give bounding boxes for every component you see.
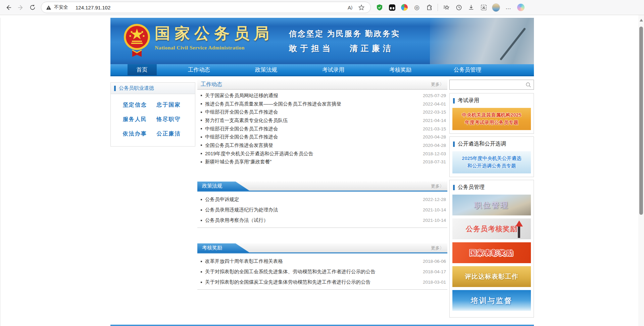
extension-spiral-icon[interactable]: ◎ xyxy=(413,3,421,11)
list-item: 努力打造一支高素质专业化公务员队伍 2021-04-14 xyxy=(201,116,446,125)
ethics-link[interactable]: 公正廉洁 xyxy=(157,130,191,137)
policy-tab: 政策法规 xyxy=(197,181,249,191)
news-date: 2021-10-14 xyxy=(423,218,446,223)
awards-tab: 考核奖励 xyxy=(197,243,249,252)
selection-banner[interactable]: 2025年度中央机关公开遴选 和公开选调公务员专题 xyxy=(452,151,531,173)
national-emblem-icon xyxy=(123,23,151,58)
policy-more-link[interactable]: 更多〉 xyxy=(431,183,444,189)
profile-avatar[interactable] xyxy=(492,3,500,11)
news-link[interactable]: 中组部召开全国公务员工作推进会 xyxy=(205,109,419,115)
news-link[interactable]: 改革开放四十周年表彰工作相关表格 xyxy=(205,258,419,264)
bullet-icon xyxy=(201,199,202,200)
center-column: 工作动态 更多〉 关于国家公务员局网站迁移的通报 2025-07-29 推进公 xyxy=(197,80,447,320)
bullet-icon xyxy=(201,153,202,154)
refresh-button[interactable] xyxy=(29,4,36,11)
ethics-link[interactable]: 坚定信念 xyxy=(123,101,157,109)
news-link[interactable]: 全国公务员工作推进会发言摘登 xyxy=(205,142,419,149)
bullet-icon xyxy=(201,161,202,163)
news-link[interactable]: 中组部召开全国公务员工作推进会 xyxy=(205,126,419,132)
news-link[interactable]: 推进公务员工作高质量发展——全国公务员工作推进会发言摘登 xyxy=(205,101,419,107)
nav-item[interactable]: 公务员管理 xyxy=(434,64,501,75)
news-date: 2021-10-14 xyxy=(423,207,446,212)
news-date: 2022-04-01 xyxy=(423,101,446,107)
list-item: 新疆叶城公务员享用“廉政套餐” 2018-07-31 xyxy=(201,158,446,166)
extension-color-icon[interactable] xyxy=(400,3,408,11)
list-item: 关于对拟表彰的全国工会系统先进集体、劳动模范和先进工作者进行公示的公告 2018… xyxy=(201,267,446,277)
address-bar[interactable]: 不安全 124.127.91.102 A) xyxy=(41,2,371,13)
work-news-title: 工作动态 xyxy=(201,81,222,88)
screenshot-icon[interactable] xyxy=(480,3,488,11)
copilot-icon[interactable] xyxy=(517,3,525,11)
read-aloud-icon[interactable]: A) xyxy=(346,3,354,12)
blue-bar-icon xyxy=(453,185,455,190)
adblock-shield-icon[interactable] xyxy=(376,3,384,11)
news-link[interactable]: 公务员申诉规定 xyxy=(205,196,419,203)
history-icon[interactable] xyxy=(455,3,463,11)
nav-item[interactable]: 首页 xyxy=(118,64,165,75)
management-banner[interactable]: 评比达标表彰工作 xyxy=(452,266,531,287)
list-item: 公务员录用考察办法（试行） 2021-10-14 xyxy=(201,215,446,226)
news-link[interactable]: 中组部召开全国公务员工作推进会 xyxy=(205,134,419,140)
bullet-icon xyxy=(201,209,202,211)
url-text[interactable]: 124.127.91.102 xyxy=(76,5,343,10)
bullet-icon xyxy=(201,282,202,283)
extension-black-icon[interactable] xyxy=(388,3,396,11)
news-date: 2018-03-01 xyxy=(423,280,446,285)
bullet-icon xyxy=(201,136,202,138)
security-label: 不安全 xyxy=(54,4,68,10)
work-news-list: 关于国家公务员局网站迁移的通报 2025-07-29 推进公务员工作高质量发展—… xyxy=(197,91,447,166)
nav-item[interactable]: 考试录用 xyxy=(300,64,367,75)
browser-scrollbar[interactable] xyxy=(638,15,644,326)
ethics-link[interactable]: 忠于国家 xyxy=(157,101,191,109)
search-box[interactable] xyxy=(449,80,534,90)
forward-button[interactable] xyxy=(17,4,24,11)
settings-more-icon[interactable]: … xyxy=(504,3,512,11)
news-link[interactable]: 2019年度中央机关公开遴选和公开选调公务员公告 xyxy=(205,151,419,157)
nav-item[interactable]: 政策法规 xyxy=(233,64,300,75)
news-link[interactable]: 公务员录用违规违纪行为处理办法 xyxy=(205,207,419,213)
news-link[interactable]: 新疆叶城公务员享用“廉政套餐” xyxy=(205,159,419,165)
management-banner[interactable]: 公务员考核奖励 xyxy=(452,218,531,239)
work-news-more-link[interactable]: 更多〉 xyxy=(431,81,444,87)
scrollbar-thumb[interactable] xyxy=(639,27,643,215)
news-link[interactable]: 关于对拟表彰的全国工会系统先进集体、劳动模范和先进工作者进行公示的公告 xyxy=(205,269,419,275)
favorite-star-icon[interactable] xyxy=(357,3,366,12)
list-item: 中组部召开全国公务员工作推进会 2020-04-28 xyxy=(201,133,446,141)
search-input[interactable] xyxy=(452,80,526,89)
site-title: 国家公务员局 xyxy=(155,23,274,44)
scrollbar-up-arrow[interactable] xyxy=(640,19,643,22)
ethics-link[interactable]: 依法办事 xyxy=(123,130,157,137)
awards-more-link[interactable]: 更多〉 xyxy=(431,245,444,251)
management-panel-title: 公务员管理 xyxy=(458,184,485,191)
news-link[interactable]: 关于对拟表彰的全国煤炭工业先进集体劳动模范和先进工作者进行公示的公告 xyxy=(205,279,419,285)
list-item: 中组部召开全国公务员工作推进会 2021-03-15 xyxy=(201,125,446,133)
management-banner[interactable]: 国家表彰奖励 xyxy=(452,242,531,263)
extensions-puzzle-icon[interactable] xyxy=(425,3,433,11)
site-banner: 国家公务员局 National Civil Service Administra… xyxy=(110,18,534,64)
list-item: 公务员录用违规违纪行为处理办法 2021-10-14 xyxy=(201,205,446,215)
management-banner[interactable]: 职位管理 xyxy=(452,195,531,215)
back-button[interactable] xyxy=(5,4,12,11)
ethics-link[interactable]: 恪尽职守 xyxy=(157,116,191,123)
nav-item[interactable]: 考核奖励 xyxy=(367,64,434,75)
bullet-icon xyxy=(201,112,202,113)
news-link[interactable]: 努力打造一支高素质专业化公务员队伍 xyxy=(205,117,419,124)
nav-item[interactable]: 工作动态 xyxy=(165,64,233,75)
list-item: 关于对拟表彰的全国煤炭工业先进集体劳动模范和先进工作者进行公示的公告 2018-… xyxy=(201,277,446,287)
news-date: 2018-12-03 xyxy=(423,151,446,156)
slogan-line2: 敢于担当 清正廉洁 xyxy=(289,43,400,54)
search-icon[interactable] xyxy=(526,82,531,88)
ethics-link[interactable]: 服务人民 xyxy=(123,116,157,123)
selection-panel-title: 公开遴选和公开选调 xyxy=(458,140,506,148)
list-item: 关于国家公务员局网站迁移的通报 2025-07-29 xyxy=(201,91,446,100)
news-link[interactable]: 公务员录用考察办法（试行） xyxy=(205,217,419,223)
downloads-icon[interactable] xyxy=(467,3,475,11)
work-news-header: 工作动态 更多〉 xyxy=(197,80,447,90)
page-viewport: 国家公务员局 National Civil Service Administra… xyxy=(0,18,644,326)
news-link[interactable]: 关于国家公务员局网站迁移的通报 xyxy=(205,92,419,99)
management-banner[interactable]: 培训与监督 xyxy=(452,290,531,311)
news-date: 2025-07-29 xyxy=(423,93,446,98)
favorites-bar-icon[interactable] xyxy=(442,3,450,11)
banner-slogan: 信念坚定 为民服务 勤政务实 敢于担当 清正廉洁 xyxy=(289,29,400,54)
exam-banner[interactable]: 中央机关及其直属机构2025 年度考试录用公务员专题 xyxy=(452,108,531,130)
